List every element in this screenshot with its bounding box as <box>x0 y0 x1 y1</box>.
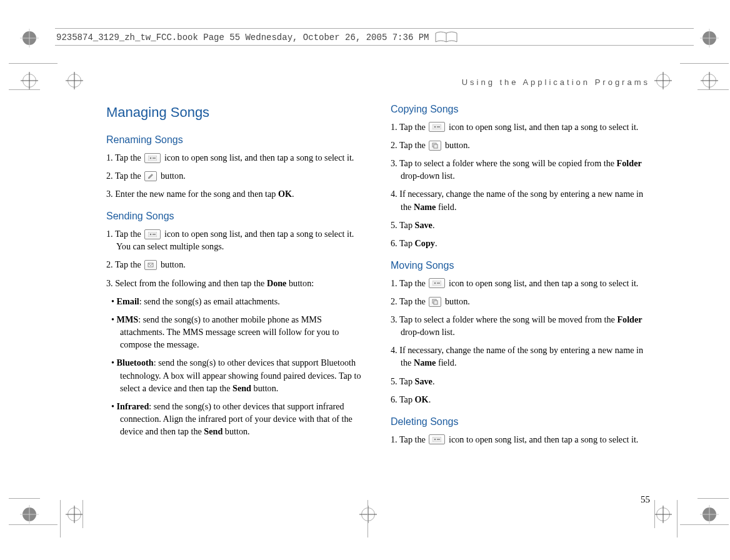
step-text: 6. Tap Copy. <box>391 237 650 249</box>
edit-icon <box>144 171 157 181</box>
svg-rect-15 <box>437 282 440 284</box>
send-icon <box>144 260 157 270</box>
running-head: Using the Application Programs <box>462 78 650 87</box>
step-text: 2. Tap the button. <box>106 169 366 182</box>
step-text: 1. Tap the icon to open song list, and t… <box>106 151 366 164</box>
left-column: Managing Songs Renaming Songs 1. Tap the… <box>106 102 366 451</box>
book-icon <box>434 31 458 44</box>
svg-rect-20 <box>437 439 440 440</box>
step-text: 3. Tap to select a folder where the song… <box>391 157 650 182</box>
list-icon <box>429 434 445 444</box>
svg-point-9 <box>434 126 436 128</box>
step-text: 4. If necessary, change the name of the … <box>391 344 650 369</box>
svg-rect-10 <box>437 126 440 128</box>
header-rule-top <box>55 28 694 29</box>
step-text: 3. Select from the following and then ta… <box>106 277 366 289</box>
step-text: 1. Tap the icon to open song list, and t… <box>391 433 650 446</box>
list-icon <box>144 229 161 239</box>
bullet-mms: • MMS: send the song(s) to another mobil… <box>106 313 366 351</box>
heading-renaming-songs: Renaming Songs <box>106 133 366 148</box>
right-column: Copying Songs 1. Tap the icon to open so… <box>391 102 650 451</box>
bullet-bluetooth: • Bluetooth: send the song(s) to other d… <box>106 356 366 394</box>
heading-sending-songs: Sending Songs <box>106 209 366 224</box>
step-text: 6. Tap OK. <box>391 393 650 406</box>
heading-moving-songs: Moving Songs <box>391 259 650 273</box>
svg-rect-6 <box>152 234 156 235</box>
step-text: 1. Tap the icon to open song list, and t… <box>106 228 366 252</box>
svg-point-19 <box>434 439 436 440</box>
step-text: 2. Tap the button. <box>391 295 650 308</box>
step-text: 2. Tap the button. <box>391 139 650 151</box>
step-text: 5. Tap Save. <box>391 219 650 231</box>
svg-rect-3 <box>152 158 156 159</box>
header-text: 9235874_3129_zh_tw_FCC.book Page 55 Wedn… <box>56 32 429 42</box>
list-icon <box>429 278 445 288</box>
header-rule-bottom <box>55 45 694 46</box>
page-number: 55 <box>641 494 650 505</box>
step-text: 3. Tap to select a folder where the song… <box>391 313 650 338</box>
list-icon <box>429 122 445 132</box>
bullet-infrared: • Infrared: send the song(s) to other de… <box>106 400 366 438</box>
step-text: 1. Tap the icon to open song list, and t… <box>391 121 650 133</box>
svg-point-14 <box>434 282 436 284</box>
move-icon <box>429 297 441 307</box>
copy-icon <box>429 141 441 151</box>
svg-rect-17 <box>434 301 438 304</box>
framemaker-header: 9235874_3129_zh_tw_FCC.book Page 55 Wedn… <box>56 31 692 44</box>
step-text: 1. Tap the icon to open song list, and t… <box>391 277 650 289</box>
heading-copying-songs: Copying Songs <box>391 102 650 117</box>
svg-rect-12 <box>434 144 438 148</box>
svg-point-2 <box>150 157 151 158</box>
step-text: 4. If necessary, change the name of the … <box>391 188 650 212</box>
page-content: Using the Application Programs Managing … <box>0 62 730 535</box>
heading-managing-songs: Managing Songs <box>106 102 366 122</box>
step-text: 2. Tap the button. <box>106 258 366 271</box>
step-text: 3. Enter the new name for the song and t… <box>106 188 366 200</box>
list-icon <box>144 153 161 163</box>
bullet-email: • Email: send the song(s) as email attac… <box>106 295 366 308</box>
heading-deleting-songs: Deleting Songs <box>391 415 650 429</box>
svg-point-5 <box>150 234 151 235</box>
step-text: 5. Tap Save. <box>391 375 650 388</box>
